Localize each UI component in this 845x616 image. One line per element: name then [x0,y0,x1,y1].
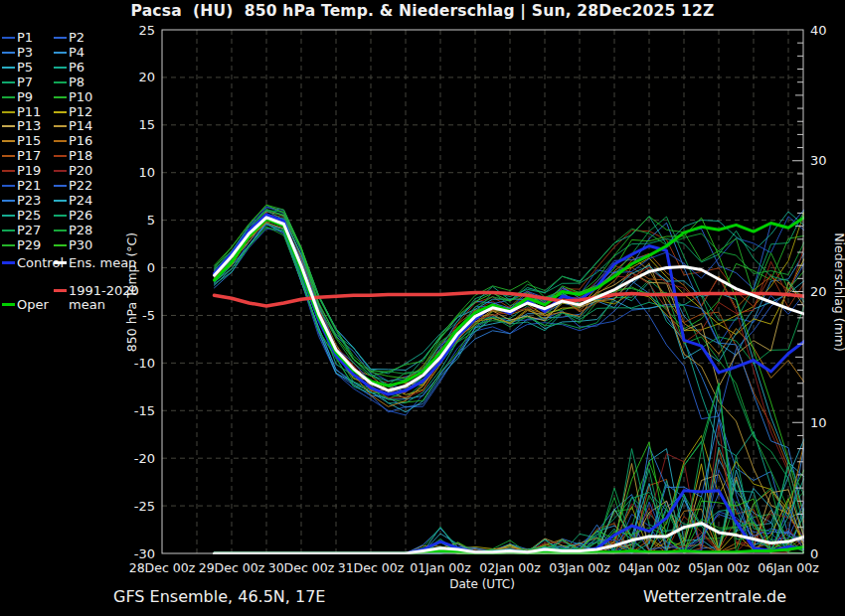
y-left-tick-label: 0 [147,260,155,275]
y-left-tick-label: -20 [134,451,155,466]
x-tick-label: 01Jan 00z [410,560,471,575]
y-left-tick-label: -10 [134,356,155,371]
y-right-axis-title: Niederschlag (mm) [832,232,845,352]
y-left-tick-label: -30 [134,546,155,561]
y-right-tick-label: 40 [810,23,827,38]
site-credit: Wetterzentrale.de [643,587,786,606]
x-tick-label: 03Jan 00z [549,560,610,575]
x-tick-label: 30Dec 00z [268,560,335,575]
member-precip-P17 [215,449,806,553]
y-left-tick-label: 5 [147,213,155,228]
y-right-tick-label: 0 [810,546,818,561]
x-tick-label: 02Jan 00z [479,560,541,575]
y-left-tick-label: -5 [142,308,155,323]
x-tick-label: 05Jan 00z [688,560,750,575]
x-tick-label: 29Dec 00z [199,560,265,575]
x-tick-label: 04Jan 00z [618,560,680,575]
y-left-tick-label: 10 [138,165,155,180]
y-left-axis-title: 850 hPa Temp. (°C) [124,232,139,352]
y-right-tick-label: 20 [810,284,827,299]
y-left-tick-label: 25 [138,23,155,38]
y-left-tick-label: -15 [134,403,155,418]
model-info: GFS Ensemble, 46.5N, 17E [113,587,325,606]
meteogram-page: { "title": "Pacsa (HU) 850 hPa Temp. & N… [0,0,845,616]
y-left-tick-label: -25 [134,499,155,514]
y-left-tick-label: 20 [138,70,155,84]
x-axis-title: Date (UTC) [449,577,515,591]
meteogram-plot: 2520151050-5-10-15-20-25-3040302010028De… [0,0,845,616]
y-right-tick-label: 30 [810,153,827,168]
y-left-tick-label: 15 [138,117,155,132]
x-tick-label: 31Dec 00z [338,560,405,575]
x-tick-label: 06Jan 00z [758,560,819,575]
y-right-tick-label: 10 [810,415,827,430]
x-tick-label: 28Dec 00z [129,560,196,575]
